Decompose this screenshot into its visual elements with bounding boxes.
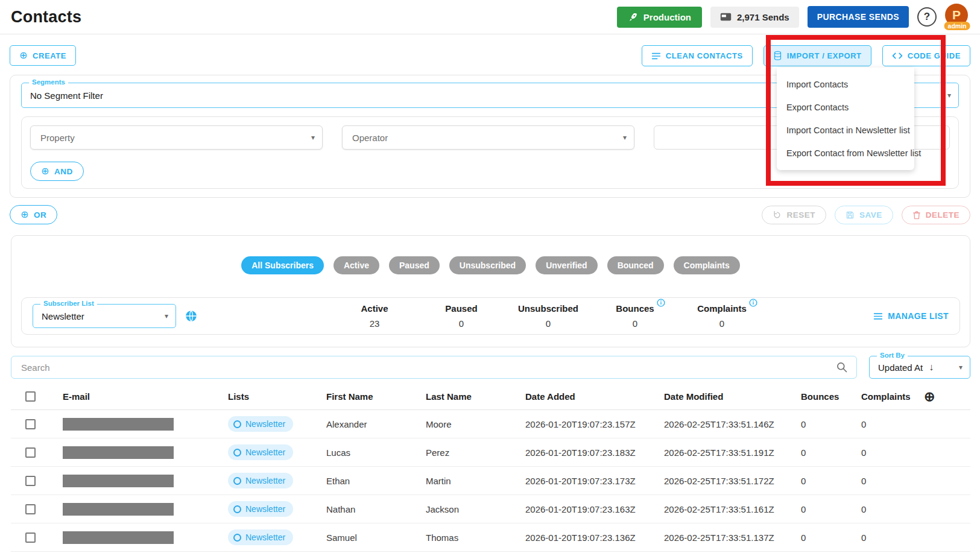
date-modified-cell: 2026-02-25T17:33:51.161Z [644, 504, 795, 514]
select-all-checkbox[interactable] [25, 391, 36, 402]
menu-item[interactable]: Import Contacts [777, 73, 914, 96]
create-button[interactable]: ⊕ CREATE [10, 45, 76, 66]
col-header-date-added: Date Added [505, 391, 644, 402]
production-label: Production [643, 12, 691, 22]
property-select[interactable]: Property ▾ [30, 125, 323, 150]
row-checkbox[interactable] [25, 532, 36, 543]
subscriber-list-value: Newsletter [42, 311, 84, 321]
list-chip[interactable]: Newsletter [228, 529, 293, 545]
first-name-cell: Lucas [306, 447, 406, 458]
status-tab[interactable]: Paused [389, 256, 440, 274]
sort-select[interactable]: Sort By Updated At ↓ ▾ [869, 356, 970, 379]
list-chip[interactable]: Newsletter [228, 501, 293, 517]
subscriber-list-select[interactable]: Subscriber List Newsletter ▾ [33, 304, 176, 328]
rocket-icon [628, 12, 638, 22]
toolbar-right-group: CLEAN CONTACTS IMPORT / EXPORT [642, 45, 970, 66]
code-guide-button[interactable]: CODE GUIDE [882, 45, 970, 66]
import-export-button[interactable]: IMPORT / EXPORT [763, 45, 871, 66]
status-tab[interactable]: Unsubscribed [449, 256, 526, 274]
list-chip-label: Newsletter [245, 447, 285, 457]
production-button[interactable]: Production [617, 7, 702, 28]
stat-value: 23 [341, 318, 408, 329]
operator-select[interactable]: Operator ▾ [342, 125, 634, 150]
help-button[interactable]: ? [917, 7, 937, 27]
menu-item[interactable]: Import Contact in Newsletter list [777, 119, 914, 142]
date-added-cell: 2026-01-20T19:07:23.157Z [505, 419, 644, 429]
list-icon [651, 52, 661, 60]
search-input[interactable] [11, 362, 856, 373]
table-body: Newsletter Alexander Moore 2026-01-20T19… [11, 410, 970, 553]
list-icon [873, 312, 883, 320]
chevron-down-icon: ▾ [623, 133, 627, 142]
list-chip[interactable]: Newsletter [228, 444, 293, 460]
list-stat: Active 23 [341, 303, 408, 329]
redacted-email [63, 503, 174, 516]
list-chip[interactable]: Newsletter [228, 416, 293, 432]
stat-label: Unsubscribed [518, 303, 578, 314]
contacts-table: E-mail Lists First Name Last Name Date A… [11, 384, 970, 553]
table-row[interactable]: Newsletter Lucas Perez 2026-01-20T19:07:… [11, 438, 970, 467]
list-stats: Active 23 Paused 0 Unsubscribed 0 Bounce… [341, 303, 756, 329]
status-tab[interactable]: Bounced [607, 256, 664, 274]
operator-placeholder: Operator [352, 133, 388, 143]
import-export-label: IMPORT / EXPORT [787, 51, 862, 60]
search-icon[interactable] [836, 361, 848, 373]
date-modified-cell: 2026-02-25T17:33:51.172Z [644, 476, 795, 486]
manage-list-button[interactable]: MANAGE LIST [873, 311, 949, 321]
or-label: OR [34, 210, 46, 220]
row-checkbox[interactable] [25, 476, 36, 486]
user-avatar[interactable]: P admin [945, 4, 969, 30]
list-stat: Complaints 0 [688, 303, 756, 329]
status-tab[interactable]: Active [334, 256, 379, 274]
add-and-condition-button[interactable]: ⊕ AND [30, 162, 84, 181]
bounces-cell: 0 [795, 476, 855, 486]
delete-button[interactable]: DELETE [902, 206, 970, 224]
arrow-down-icon: ↓ [929, 362, 934, 373]
bounces-cell: 0 [795, 419, 855, 429]
row-checkbox[interactable] [25, 419, 36, 429]
status-tab[interactable]: Complaints [674, 256, 740, 274]
add-or-condition-button[interactable]: ⊕ OR [10, 205, 57, 224]
save-button[interactable]: SAVE [835, 206, 893, 224]
property-placeholder: Property [40, 133, 75, 143]
sends-counter[interactable]: 2,971 Sends [710, 7, 799, 28]
globe-icon[interactable] [185, 309, 199, 323]
date-modified-cell: 2026-02-25T17:33:51.137Z [644, 532, 795, 543]
stat-value: 0 [688, 318, 756, 329]
complaints-cell: 0 [855, 447, 922, 458]
table-row[interactable]: Newsletter Samuel Thomas 2026-01-20T19:0… [11, 523, 970, 552]
chevron-down-icon: ▾ [947, 91, 951, 100]
plus-circle-icon: ⊕ [21, 210, 29, 220]
row-checkbox[interactable] [25, 447, 36, 458]
reset-button[interactable]: RESET [762, 206, 826, 224]
subscriber-list-row: Subscriber List Newsletter ▾ Active 23 P… [21, 297, 960, 335]
list-chip-label: Newsletter [245, 504, 285, 514]
menu-item[interactable]: Export Contacts [777, 96, 914, 119]
table-row[interactable]: Newsletter Ethan Martin 2026-01-20T19:07… [11, 467, 970, 495]
plus-circle-icon: ⊕ [19, 51, 28, 60]
status-tab[interactable]: Unverified [536, 256, 597, 274]
complaints-cell: 0 [855, 419, 922, 429]
reset-label: RESET [786, 210, 815, 220]
add-column-icon[interactable]: ⊕ [924, 390, 938, 404]
table-row[interactable]: Newsletter Alexander Moore 2026-01-20T19… [11, 410, 970, 438]
table-row[interactable]: Newsletter Nathan Jackson 2026-01-20T19:… [11, 495, 970, 523]
complaints-cell: 0 [855, 532, 922, 543]
purchase-sends-button[interactable]: PURCHASE SENDS [808, 6, 909, 28]
clean-contacts-label: CLEAN CONTACTS [666, 51, 743, 60]
chevron-down-icon: ▾ [959, 363, 963, 371]
info-icon[interactable] [657, 299, 665, 307]
status-tabs: All SubscribersActivePausedUnsubscribedU… [21, 256, 960, 274]
info-icon[interactable] [749, 299, 757, 307]
chevron-down-icon: ▾ [165, 312, 168, 320]
question-mark-icon: ? [924, 11, 930, 23]
menu-item[interactable]: Export Contact from Newsletter list [777, 142, 914, 165]
row-checkbox[interactable] [25, 504, 36, 514]
toolbar: ⊕ CREATE CLEAN CONTACTS [0, 34, 980, 66]
col-header-lists: Lists [210, 391, 306, 402]
status-tab[interactable]: All Subscribers [241, 256, 324, 274]
list-chip[interactable]: Newsletter [228, 473, 293, 488]
redacted-email [63, 475, 174, 487]
clean-contacts-button[interactable]: CLEAN CONTACTS [642, 45, 753, 66]
card-icon [720, 12, 732, 22]
